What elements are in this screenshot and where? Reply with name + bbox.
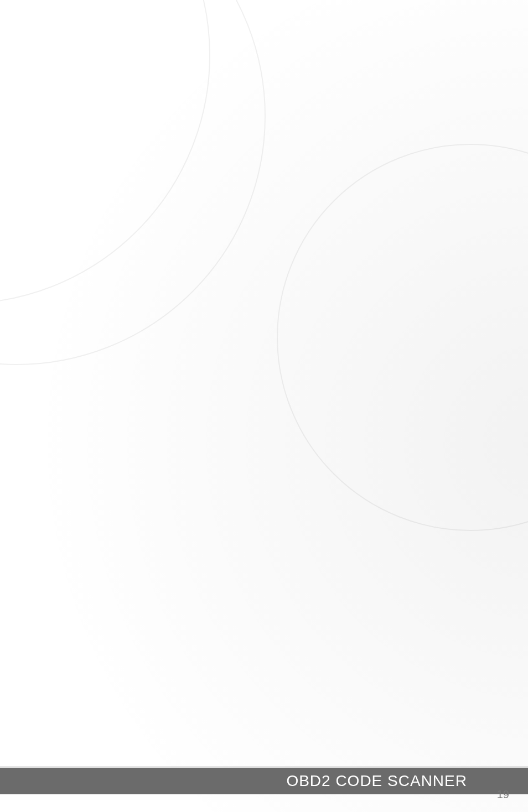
footer-bar: OBD2 CODE SCANNER [0,768,528,794]
page-number: 19 [497,788,509,801]
footer-title: OBD2 CODE SCANNER [286,772,467,790]
